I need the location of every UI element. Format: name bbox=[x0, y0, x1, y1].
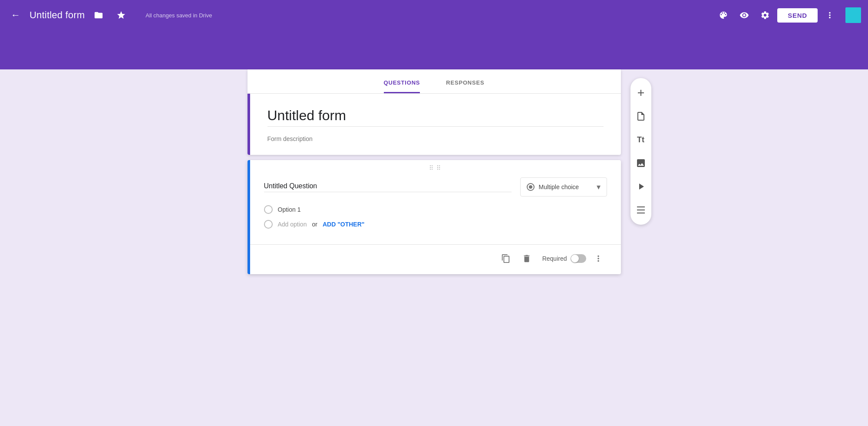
delete-button[interactable] bbox=[518, 250, 535, 267]
form-title-input[interactable] bbox=[267, 108, 604, 127]
option-row-add: Add option or ADD "OTHER" bbox=[264, 220, 607, 229]
settings-button[interactable] bbox=[756, 7, 774, 24]
delete-icon bbox=[522, 254, 531, 263]
question-footer: Required bbox=[250, 244, 621, 274]
dropdown-arrow-icon: ▾ bbox=[597, 182, 601, 192]
required-label: Required bbox=[542, 255, 567, 262]
add-question-icon bbox=[636, 88, 646, 98]
radio-icon bbox=[527, 183, 535, 191]
form-header-section bbox=[248, 94, 621, 155]
video-icon bbox=[636, 181, 646, 192]
form-title-nav: Untitled form bbox=[30, 10, 85, 21]
tab-responses[interactable]: RESPONSES bbox=[446, 79, 484, 93]
radio-circle-1 bbox=[264, 205, 273, 214]
more-vert-icon bbox=[825, 10, 835, 20]
radio-circle-add bbox=[264, 220, 273, 229]
folder-icon bbox=[94, 10, 103, 20]
question-title-input[interactable] bbox=[264, 182, 512, 192]
palette-button[interactable] bbox=[715, 7, 732, 24]
question-type-dropdown[interactable]: Multiple choice ▾ bbox=[520, 177, 607, 197]
question-type-label: Multiple choice bbox=[539, 184, 579, 190]
required-toggle-wrap[interactable] bbox=[571, 254, 586, 263]
eye-icon bbox=[739, 10, 749, 20]
folder-button[interactable] bbox=[90, 7, 107, 24]
star-button[interactable] bbox=[112, 7, 130, 24]
image-icon bbox=[636, 158, 646, 168]
tab-questions[interactable]: QUESTIONS bbox=[384, 79, 420, 93]
star-icon bbox=[116, 10, 126, 20]
add-video-button[interactable] bbox=[630, 176, 651, 197]
add-title-icon bbox=[636, 111, 646, 121]
top-navigation: ← Untitled form All changes saved in Dri… bbox=[0, 0, 868, 30]
form-card: QUESTIONS RESPONSES bbox=[248, 69, 621, 155]
add-option-separator: or bbox=[312, 221, 317, 228]
more-button[interactable] bbox=[821, 7, 838, 24]
option-1-label: Option 1 bbox=[278, 206, 301, 213]
form-tabs: QUESTIONS RESPONSES bbox=[248, 69, 621, 94]
center-column: QUESTIONS RESPONSES ⠿ ⠿ Multiple c bbox=[248, 69, 621, 373]
question-card: ⠿ ⠿ Multiple choice ▾ Option 1 bbox=[248, 160, 621, 274]
add-question-button[interactable] bbox=[630, 82, 651, 103]
preview-button[interactable] bbox=[736, 7, 753, 24]
toggle-knob bbox=[571, 255, 579, 262]
form-description-input[interactable] bbox=[267, 135, 604, 142]
purple-band bbox=[0, 30, 868, 69]
send-button[interactable]: SEND bbox=[777, 8, 818, 23]
more-vert-question-icon bbox=[594, 254, 603, 263]
add-image-button[interactable] bbox=[630, 153, 651, 174]
question-top-row: Multiple choice ▾ bbox=[264, 177, 607, 197]
option-row-1: Option 1 bbox=[264, 205, 607, 214]
main-area: QUESTIONS RESPONSES ⠿ ⠿ Multiple c bbox=[0, 69, 868, 373]
right-sidebar: Tt bbox=[630, 78, 651, 225]
add-option-label[interactable]: Add option bbox=[278, 221, 307, 228]
more-options-button[interactable] bbox=[590, 250, 607, 267]
save-status: All changes saved in Drive bbox=[145, 12, 212, 19]
nav-right: SEND bbox=[715, 7, 861, 24]
back-button[interactable]: ← bbox=[7, 7, 24, 24]
back-icon: ← bbox=[11, 10, 20, 21]
duplicate-button[interactable] bbox=[497, 250, 515, 267]
text-format-icon: Tt bbox=[637, 135, 644, 144]
gear-icon bbox=[760, 10, 770, 20]
copy-icon bbox=[501, 254, 511, 263]
nav-left: ← Untitled form All changes saved in Dri… bbox=[7, 7, 715, 24]
user-avatar[interactable] bbox=[845, 7, 861, 23]
palette-icon bbox=[719, 10, 728, 20]
required-toggle[interactable] bbox=[571, 254, 586, 263]
add-title-desc-button[interactable] bbox=[630, 106, 651, 127]
add-text-button[interactable]: Tt bbox=[630, 129, 651, 150]
drag-handle[interactable]: ⠿ ⠿ bbox=[250, 160, 621, 173]
section-icon bbox=[636, 205, 646, 215]
options-list: Option 1 Add option or ADD "OTHER" bbox=[264, 205, 607, 229]
question-body: Multiple choice ▾ Option 1 Add option or bbox=[250, 173, 621, 244]
add-section-button[interactable] bbox=[630, 200, 651, 220]
add-other-button[interactable]: ADD "OTHER" bbox=[323, 221, 365, 228]
